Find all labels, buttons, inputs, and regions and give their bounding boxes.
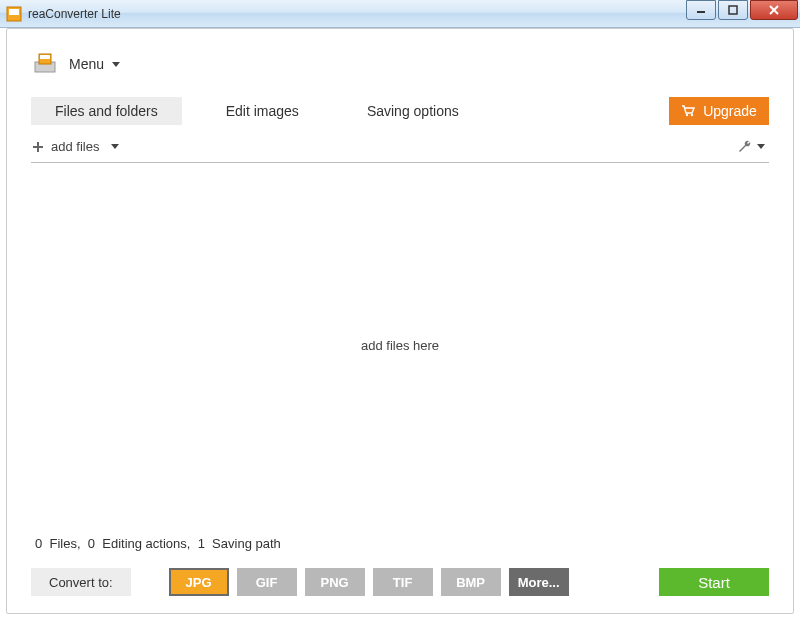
menu-button[interactable]: Menu: [69, 56, 120, 72]
actions-count: 0: [88, 536, 95, 551]
convert-to-label: Convert to:: [31, 568, 131, 596]
cart-icon: [681, 105, 695, 117]
chevron-down-icon: [112, 62, 120, 67]
chevron-down-icon: [111, 144, 119, 149]
format-more-button[interactable]: More...: [509, 568, 569, 596]
plus-icon: [31, 140, 45, 154]
files-count: 0: [35, 536, 42, 551]
upgrade-label: Upgrade: [703, 103, 757, 119]
maximize-button[interactable]: [718, 0, 748, 20]
add-files-label: add files: [51, 139, 99, 154]
paths-count: 1: [198, 536, 205, 551]
close-button[interactable]: [750, 0, 798, 20]
upgrade-button[interactable]: Upgrade: [669, 97, 769, 125]
format-jpg-button[interactable]: JPG: [169, 568, 229, 596]
dropzone[interactable]: add files here: [31, 163, 769, 528]
settings-button[interactable]: [737, 139, 765, 155]
wrench-icon: [737, 139, 753, 155]
window-title: reaConverter Lite: [28, 7, 684, 21]
format-gif-button[interactable]: GIF: [237, 568, 297, 596]
tab-edit-images[interactable]: Edit images: [202, 97, 323, 125]
svg-rect-1: [9, 9, 19, 15]
paths-label: Saving path: [212, 536, 281, 551]
tab-saving-options[interactable]: Saving options: [343, 97, 483, 125]
format-png-button[interactable]: PNG: [305, 568, 365, 596]
svg-rect-3: [729, 6, 737, 14]
bottom-bar: Convert to: JPG GIF PNG TIF BMP More... …: [31, 565, 769, 599]
menu-label: Menu: [69, 56, 104, 72]
dropzone-text: add files here: [361, 338, 439, 353]
status-bar: 0 Files, 0 Editing actions, 1 Saving pat…: [31, 528, 769, 565]
chevron-down-icon: [757, 144, 765, 149]
add-files-button[interactable]: add files: [31, 139, 119, 154]
app-window: reaConverter Lite Menu Files and folders…: [0, 0, 800, 620]
start-button[interactable]: Start: [659, 568, 769, 596]
app-icon: [6, 6, 22, 22]
format-tif-button[interactable]: TIF: [373, 568, 433, 596]
svg-point-9: [686, 114, 688, 116]
actions-label: Editing actions,: [102, 536, 190, 551]
content-area: Menu Files and folders Edit images Savin…: [6, 28, 794, 614]
menu-bar: Menu: [31, 45, 769, 83]
svg-rect-8: [40, 55, 50, 59]
svg-point-10: [691, 114, 693, 116]
printer-icon: [31, 50, 59, 78]
files-label: Files,: [49, 536, 80, 551]
titlebar: reaConverter Lite: [0, 0, 800, 28]
tab-files-and-folders[interactable]: Files and folders: [31, 97, 182, 125]
toolbar: add files: [31, 131, 769, 163]
tabs-row: Files and folders Edit images Saving opt…: [31, 95, 769, 127]
format-bmp-button[interactable]: BMP: [441, 568, 501, 596]
window-controls: [684, 0, 798, 20]
minimize-button[interactable]: [686, 0, 716, 20]
